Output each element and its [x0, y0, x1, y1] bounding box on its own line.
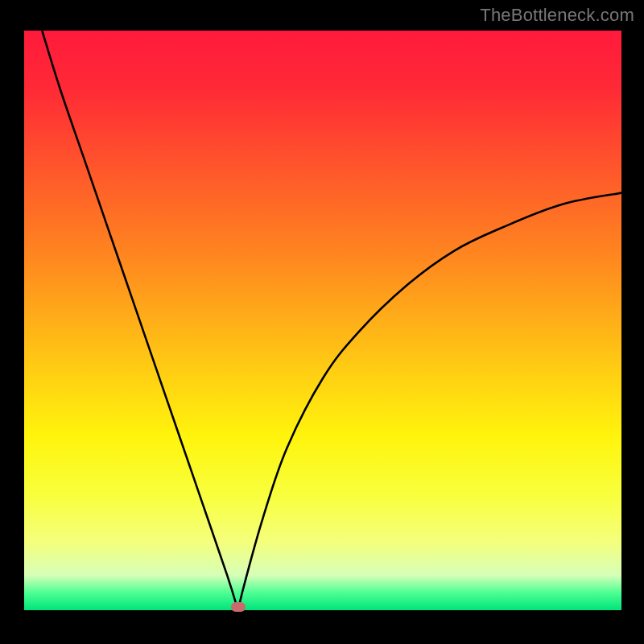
optimal-point-marker: [231, 602, 246, 612]
plot-area: [24, 31, 621, 610]
watermark-text: TheBottleneck.com: [480, 5, 634, 26]
bottleneck-curve-path: [42, 31, 621, 610]
chart-frame: TheBottleneck.com: [0, 0, 644, 644]
curve-svg: [24, 31, 621, 610]
